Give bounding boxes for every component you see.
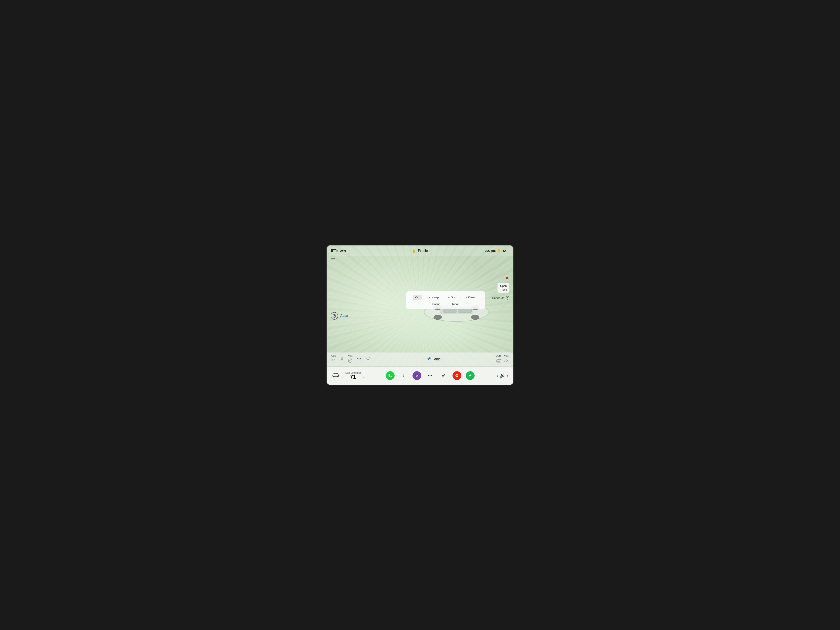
climate-options-row: Off ● Keep ● Dog ● Camp — [410, 295, 481, 300]
auto-label[interactable]: Auto — [340, 314, 348, 318]
status-left: 39 % — [331, 249, 346, 252]
temperature-display: 64°F — [503, 249, 509, 253]
fan-button[interactable] — [439, 371, 448, 380]
climate-off[interactable]: Off — [413, 295, 422, 300]
svg-point-39 — [337, 376, 338, 377]
profile-label[interactable]: Profile — [418, 249, 428, 253]
svg-point-7 — [434, 315, 442, 320]
steering-heat[interactable]: Auto — [348, 355, 353, 364]
time-display: 3:20 pm — [485, 249, 496, 253]
rear-auto-defroster[interactable]: Auto — [496, 355, 502, 364]
media-button[interactable] — [412, 371, 421, 380]
seat-controls: Auto — [331, 355, 371, 364]
climate-keep: ● Keep — [427, 295, 441, 300]
fan-speed-label: MED — [434, 357, 441, 361]
status-center: 🔓 Profile — [412, 249, 428, 253]
temp-down-arrow[interactable]: ‹ — [342, 375, 344, 379]
volume-up-arrow[interactable]: › — [507, 374, 508, 378]
battery-percentage: 39 % — [340, 249, 346, 252]
spotify-button[interactable] — [466, 371, 475, 380]
nav-arrow-icon: ▲ — [505, 275, 509, 280]
rear-label[interactable]: Rear — [452, 302, 459, 306]
phone-button[interactable] — [386, 371, 395, 380]
battery-tip — [338, 250, 338, 251]
front-rear-row: Front Rear — [410, 302, 481, 306]
status-right: 3:20 pm ☀️ 64°F — [485, 249, 509, 253]
temp-arrows: ‹ 71 › — [342, 374, 364, 380]
svg-line-18 — [351, 361, 352, 361]
fan-icon — [426, 356, 432, 363]
svg-point-38 — [333, 376, 335, 377]
svg-marker-2 — [336, 258, 336, 262]
menu-icon[interactable] — [331, 258, 336, 263]
svg-point-15 — [350, 360, 351, 361]
svg-point-42 — [417, 375, 417, 376]
svg-line-17 — [349, 361, 350, 361]
climate-camp: ● Camp — [464, 295, 478, 300]
volume-control: ‹ 🔊 › — [497, 373, 508, 378]
temp-up-arrow[interactable]: › — [363, 375, 364, 379]
power-button[interactable] — [331, 312, 338, 320]
battery-fill — [331, 250, 333, 252]
lock-icon[interactable]: 🔓 — [412, 249, 416, 253]
volume-down-arrow[interactable]: ‹ — [497, 374, 498, 378]
seat-left-auto[interactable]: Auto — [331, 355, 336, 364]
rear-auto-control: Auto Auto — [496, 355, 509, 364]
svg-line-13 — [507, 298, 508, 298]
auto-heat-icon[interactable]: Auto — [504, 355, 509, 364]
record-button[interactable] — [453, 371, 461, 380]
schedule-label: Schedule — [492, 296, 504, 300]
bottom-climate-strip: Auto — [327, 352, 513, 366]
schedule-icon — [505, 296, 509, 300]
rear-defrost[interactable] — [365, 357, 371, 362]
left-icons — [331, 258, 336, 263]
open-trunk-button[interactable]: Open Trunk — [497, 283, 509, 293]
front-label[interactable]: Front — [432, 302, 440, 306]
volume-icon: 🔊 — [500, 373, 505, 378]
battery-body — [331, 249, 336, 252]
climate-dog: ● Dog — [446, 295, 458, 300]
svg-rect-0 — [331, 258, 335, 259]
fan-speed-up[interactable]: › — [442, 357, 443, 362]
status-bar: 39 % 🔓 Profile 3:20 pm ☀️ 64°F — [327, 245, 513, 256]
music-button[interactable]: ♪ — [399, 371, 408, 380]
svg-point-8 — [471, 315, 479, 320]
battery-icon — [331, 249, 338, 252]
schedule-row[interactable]: Schedule — [492, 296, 509, 300]
taskbar-left: Auto Defogging ‹ 71 › — [332, 371, 364, 380]
more-button[interactable]: ••• — [426, 371, 434, 380]
seat-right[interactable] — [339, 357, 344, 362]
right-panel: ▲ Open Trunk Schedule — [492, 275, 509, 300]
tesla-screen: 39 % 🔓 Profile 3:20 pm ☀️ 64°F — [326, 245, 514, 385]
svg-point-29 — [428, 358, 430, 359]
svg-rect-1 — [331, 260, 335, 260]
taskbar-right: ‹ 🔊 › — [497, 373, 508, 378]
svg-point-45 — [456, 375, 458, 376]
weather-icon: ☀️ — [497, 249, 502, 253]
climate-panel: Off ● Keep ● Dog ● Camp Front Rear — [406, 291, 485, 309]
taskbar: Auto Defogging ‹ 71 › ♪ — [327, 366, 513, 385]
svg-point-43 — [443, 375, 444, 376]
temp-value: 71 — [350, 374, 356, 380]
fan-speed-down[interactable]: ‹ — [423, 357, 425, 362]
front-defrost[interactable] — [356, 357, 362, 362]
fan-speed-control: ‹ MED › — [423, 356, 443, 363]
temperature-control: Auto Defogging ‹ 71 › — [342, 371, 364, 380]
car-icon[interactable] — [332, 372, 339, 379]
taskbar-center: ♪ ••• — [386, 371, 475, 380]
power-auto-row: Auto — [331, 312, 348, 320]
